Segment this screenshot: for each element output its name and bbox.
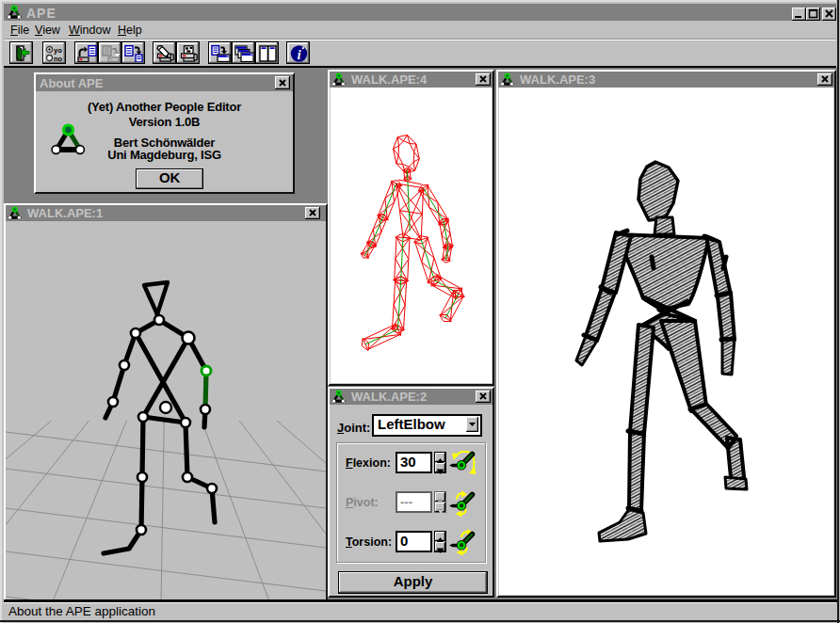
svg-text:no: no xyxy=(54,55,63,63)
svg-text:yo: yo xyxy=(54,46,62,55)
